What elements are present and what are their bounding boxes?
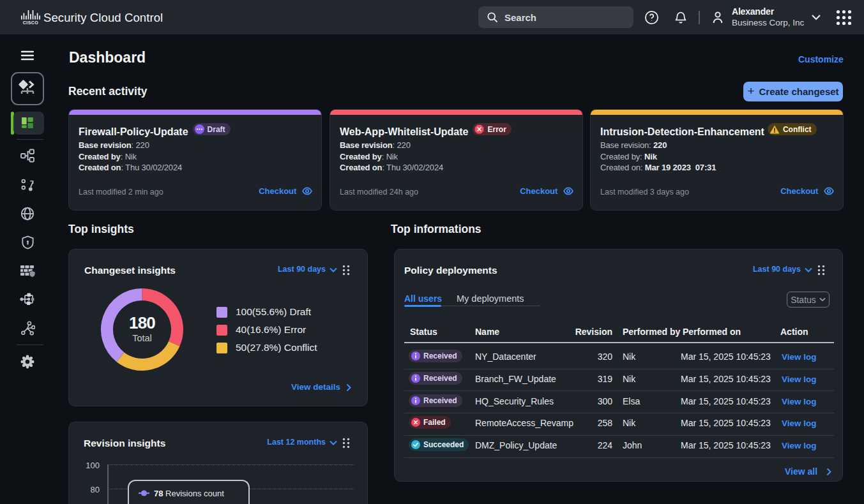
svg-text:CISCO: CISCO <box>23 20 39 25</box>
